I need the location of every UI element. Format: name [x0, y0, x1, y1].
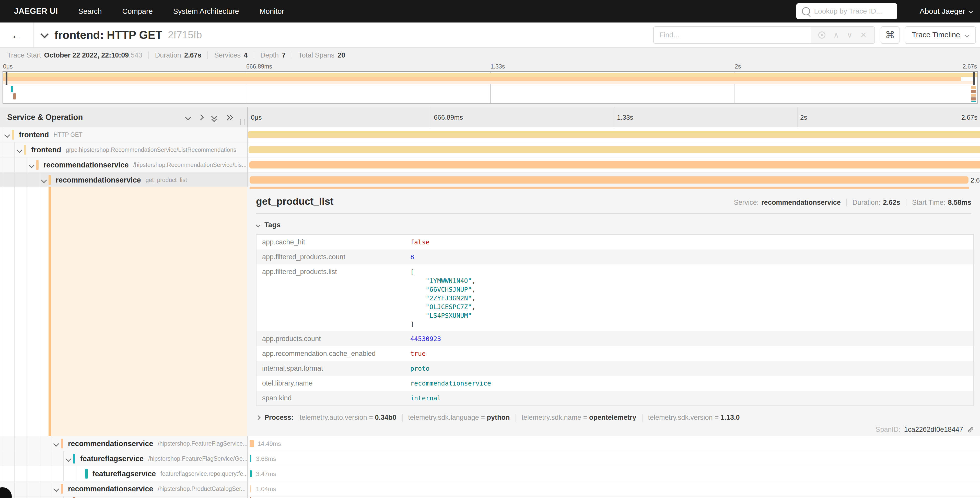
back-arrow-icon: ← — [11, 29, 22, 42]
tl-tick-4: 2.67s — [961, 113, 977, 121]
span-duration-label: 2.62s — [970, 176, 980, 184]
span-row-featureflag-getflag[interactable]: featureflagservice /hipstershop.FeatureF… — [0, 451, 980, 466]
timeline-minimap[interactable] — [3, 71, 978, 104]
chevron-down-icon[interactable] — [53, 486, 59, 492]
range-handle-right[interactable] — [973, 72, 975, 85]
span-bar[interactable] — [250, 497, 251, 498]
timeline-grid-header: Service & Operation 0μs 666.89ms 1.33s 2… — [0, 107, 980, 128]
span-row-partial[interactable] — [0, 496, 980, 498]
collapse-all-icon[interactable] — [212, 114, 216, 120]
view-selector-button[interactable]: Trace Timeline — [905, 26, 976, 44]
nav-item-search[interactable]: Search — [78, 7, 102, 16]
chevron-down-icon — [964, 32, 969, 38]
column-resizer[interactable] — [240, 119, 245, 125]
collapse-one-icon[interactable] — [185, 115, 191, 120]
span-row-frontend-listrecommendations[interactable]: frontend grpc.hipstershop.Recommendation… — [0, 142, 980, 158]
services-label: Services — [214, 51, 241, 59]
chevron-down-icon[interactable] — [4, 132, 10, 138]
top-nav: JAEGER UI Search Compare System Architec… — [0, 0, 980, 22]
span-bar[interactable] — [250, 455, 251, 462]
service-color-stripe — [49, 187, 51, 436]
chevron-down-icon[interactable] — [41, 177, 47, 183]
tag-row: span.kind internal — [256, 391, 974, 405]
range-handle-left[interactable] — [6, 72, 7, 85]
span-row-featureflagservice-call[interactable]: recommendationservice /hipstershop.Featu… — [0, 436, 980, 451]
depth-value: 7 — [282, 51, 286, 59]
find-group: ∧ ∨ ✕ — [653, 26, 875, 44]
chevron-down-icon[interactable] — [29, 162, 35, 168]
trace-meta-bar: Trace Start October 22 2022, 22:10:09.54… — [0, 48, 980, 63]
expand-one-icon[interactable] — [198, 115, 204, 120]
process-section-toggle[interactable]: Process: telemetry.auto.version = 0.34b0… — [256, 413, 740, 421]
service-color-stripe — [61, 484, 63, 494]
tag-row: app.filtered_products.count 8 — [256, 249, 974, 264]
trace-collapse-icon[interactable] — [40, 30, 49, 38]
tags-section-toggle[interactable]: Tags — [256, 221, 280, 229]
span-id-row: SpanID: 1ca2262df0e18447 — [875, 426, 974, 434]
service-name: frontend — [19, 131, 49, 139]
span-detail-meta: Service:recommendationservice Duration:2… — [734, 199, 971, 207]
brand-logo[interactable]: JAEGER UI — [14, 6, 58, 16]
deep-link-icon[interactable] — [967, 426, 974, 434]
chevron-down-icon[interactable] — [66, 456, 72, 462]
shortcuts-button[interactable]: ⌘ — [881, 26, 899, 44]
tag-row: app.products.count 44530923 — [256, 331, 974, 346]
span-row-featureflag-repo-query[interactable]: featureflagservice featureflagservice.re… — [0, 466, 980, 481]
chevron-down-icon — [969, 9, 973, 14]
service-name: recommendationservice — [68, 485, 153, 493]
service-color-stripe — [73, 497, 75, 498]
tag-row: app.filtered_products.list [ "1YMWWN1N4O… — [256, 264, 974, 331]
jaeger-trace-page: JAEGER UI Search Compare System Architec… — [0, 0, 980, 498]
nav-item-compare[interactable]: Compare — [123, 7, 153, 16]
focus-match-icon[interactable] — [818, 32, 826, 38]
timeline-ticks-header: 0μs 666.89ms 1.33s 2s 2.67s — [248, 107, 980, 127]
minimap-span-productcatalog — [13, 93, 16, 99]
span-row-get-product-list[interactable]: recommendationservice get_product_list 2… — [0, 172, 980, 188]
span-bar[interactable] — [248, 146, 980, 153]
about-jaeger-menu[interactable]: About Jaeger — [920, 7, 972, 16]
chevron-down-icon[interactable] — [53, 441, 59, 447]
nav-item-monitor[interactable]: Monitor — [259, 7, 284, 16]
tag-row: otel.library.name recommendationservice — [256, 376, 974, 391]
span-duration-label: 3.68ms — [256, 455, 276, 463]
operation-name: get_product_list — [146, 177, 187, 184]
span-row-productcatalog-call[interactable]: recommendationservice /hipstershop.Produ… — [0, 481, 980, 496]
span-bar[interactable] — [250, 485, 251, 492]
total-spans-value: 20 — [337, 51, 345, 59]
duration-label: Duration — [155, 51, 181, 59]
next-match-button[interactable]: ∨ — [847, 30, 853, 39]
back-button[interactable]: ← — [0, 22, 34, 47]
trace-title: frontend: HTTP GET — [54, 29, 162, 42]
trace-lookup-input[interactable] — [814, 7, 891, 16]
chevron-down-icon[interactable] — [17, 147, 22, 153]
service-name: featureflagservice — [92, 469, 156, 478]
duration-label: Duration: — [853, 199, 881, 207]
minimap-ticks: 0μs 666.89ms 1.33s 2s 2.67s — [0, 63, 980, 71]
find-input[interactable] — [654, 27, 811, 43]
span-rows-top: frontend HTTP GET frontend grpc.hipsters… — [0, 127, 980, 187]
start-time-value: 8.58ms — [948, 199, 971, 207]
service-name: recommendationservice — [43, 161, 129, 169]
minimap-span-featureflag — [11, 86, 13, 92]
prev-match-button[interactable]: ∧ — [834, 30, 839, 39]
expand-all-icon[interactable] — [225, 114, 231, 120]
trace-start-fraction: .543 — [129, 51, 142, 59]
tag-row: app.cache_hit false — [256, 235, 974, 249]
span-bar[interactable] — [250, 176, 969, 184]
nav-item-system-architecture[interactable]: System Architecture — [173, 7, 239, 16]
span-bar[interactable] — [250, 470, 251, 477]
span-bar[interactable] — [248, 131, 980, 138]
span-bar[interactable] — [250, 440, 254, 447]
trace-title-bar: ← frontend: HTTP GET 2f715fb ∧ ∨ ✕ ⌘ Tra… — [0, 22, 980, 47]
tick-4: 2.67s — [963, 63, 977, 70]
service-name: frontend — [31, 146, 61, 154]
clear-find-button[interactable]: ✕ — [860, 30, 867, 39]
span-row-frontend-httpget[interactable]: frontend HTTP GET — [0, 127, 980, 142]
service-name: recommendationservice — [68, 439, 153, 448]
start-time-label: Start Time: — [912, 199, 945, 207]
span-bar-detail — [250, 187, 969, 189]
service-color-stripe — [73, 454, 75, 463]
span-row-recommendationservice-list[interactable]: recommendationservice /hipstershop.Recom… — [0, 158, 980, 172]
span-id-label: SpanID: — [875, 426, 900, 434]
span-bar[interactable] — [249, 161, 980, 168]
